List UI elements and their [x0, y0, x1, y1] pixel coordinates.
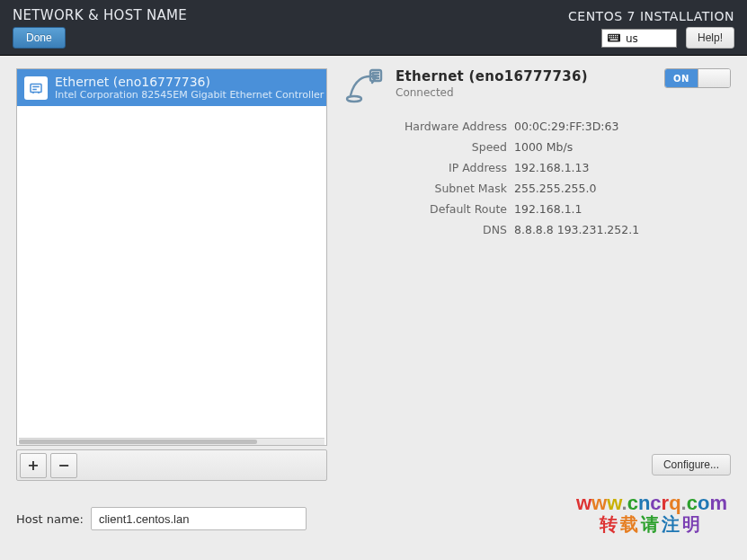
ethernet-icon: [24, 76, 48, 100]
watermark: www.cncrq.com 转载请注明: [576, 493, 727, 534]
interface-properties: Hardware Address00:0C:29:FF:3D:63 Speed1…: [345, 120, 731, 244]
interface-title: Ethernet (eno16777736): [396, 68, 654, 84]
svg-rect-9: [615, 37, 616, 38]
svg-rect-11: [610, 39, 618, 40]
prop-key: Hardware Address: [345, 120, 507, 133]
hostname-input[interactable]: [91, 507, 307, 530]
svg-rect-12: [31, 84, 41, 93]
svg-rect-1: [609, 34, 609, 35]
prop-key: IP Address: [345, 161, 507, 174]
remove-device-button[interactable]: −: [50, 453, 77, 478]
svg-rect-7: [611, 37, 612, 38]
installer-title: CENTOS 7 INSTALLATION: [568, 9, 734, 23]
scrollbar-thumb[interactable]: [19, 440, 257, 444]
prop-key: Speed: [345, 140, 507, 154]
svg-rect-10: [617, 37, 618, 38]
prop-val: 8.8.8.8 193.231.252.1: [514, 223, 639, 236]
device-list-toolbar: + −: [16, 449, 327, 481]
device-list[interactable]: Ethernet (eno16777736) Intel Corporation…: [16, 68, 327, 446]
svg-point-14: [347, 96, 361, 102]
prop-key: Default Route: [345, 202, 507, 216]
header-bar: NETWORK & HOST NAME CENTOS 7 INSTALLATIO…: [0, 0, 747, 56]
prop-val: 192.168.1.13: [514, 161, 590, 174]
device-title: Ethernet (eno16777736): [55, 75, 327, 89]
interface-status: Connected: [396, 86, 654, 99]
keyboard-layout-selector[interactable]: us: [601, 29, 677, 48]
svg-rect-2: [611, 34, 612, 35]
done-button[interactable]: Done: [13, 27, 66, 49]
device-list-item[interactable]: Ethernet (eno16777736) Intel Corporation…: [17, 69, 326, 106]
hostname-label: Host name:: [16, 512, 84, 526]
prop-row: Subnet Mask255.255.255.0: [345, 182, 731, 195]
svg-rect-6: [609, 37, 609, 38]
prop-row: Hardware Address00:0C:29:FF:3D:63: [345, 120, 731, 133]
svg-rect-3: [613, 34, 614, 35]
prop-val: 00:0C:29:FF:3D:63: [514, 120, 618, 133]
help-button[interactable]: Help!: [686, 27, 734, 49]
keyboard-icon: [608, 32, 620, 45]
prop-row: IP Address192.168.1.13: [345, 161, 731, 174]
prop-row: Speed1000 Mb/s: [345, 140, 731, 154]
prop-row: DNS8.8.8.8 193.231.252.1: [345, 223, 731, 236]
toggle-knob: [698, 69, 730, 87]
prop-row: Default Route192.168.1.1: [345, 202, 731, 216]
prop-val: 255.255.255.0: [514, 182, 596, 195]
horizontal-scrollbar[interactable]: [19, 438, 325, 445]
prop-key: Subnet Mask: [345, 182, 507, 195]
keyboard-layout-label: us: [626, 32, 638, 45]
prop-val: 192.168.1.1: [514, 202, 582, 216]
add-device-button[interactable]: +: [20, 453, 47, 478]
nic-large-icon: [345, 68, 385, 107]
svg-rect-4: [615, 34, 616, 35]
device-subtitle: Intel Corporation 82545EM Gigabit Ethern…: [55, 89, 327, 101]
toggle-on-label: ON: [665, 69, 698, 87]
prop-key: DNS: [345, 223, 507, 236]
interface-toggle[interactable]: ON: [664, 68, 731, 88]
prop-val: 1000 Mb/s: [514, 140, 573, 154]
configure-button[interactable]: Configure...: [652, 454, 731, 476]
svg-rect-8: [613, 37, 614, 38]
svg-rect-5: [617, 34, 618, 35]
